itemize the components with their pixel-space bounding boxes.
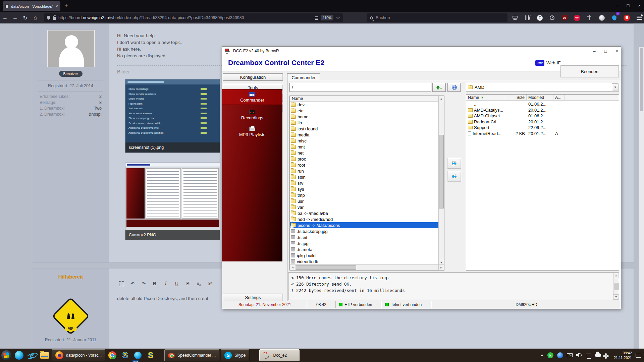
internet-explorer-icon[interactable]: e <box>25 349 38 362</box>
file-list-item[interactable]: lib <box>290 120 438 126</box>
kaspersky-tray-icon[interactable]: k <box>547 352 553 358</box>
transfer-right-button[interactable] <box>447 158 461 169</box>
file-list-item[interactable]: sys <box>290 186 438 192</box>
transfer-left-button[interactable] <box>447 171 461 182</box>
attachment-thumbnail[interactable]: Show recordingsShow service numbersShow … <box>125 79 220 153</box>
local-file-item[interactable]: InternetRead... 2 KB 20.01.2... A <box>466 131 619 137</box>
scroll-left-arrow[interactable]: ◄ <box>290 265 296 270</box>
local-file-item[interactable]: .. 01.06.2... <box>466 101 619 107</box>
reader-mode-icon[interactable] <box>315 16 318 20</box>
chrome-icon[interactable] <box>106 349 119 362</box>
notification-center-icon[interactable] <box>636 353 641 358</box>
file-list-item[interactable]: ipkg-build <box>290 252 438 258</box>
ftp-section-item[interactable]: MP3 Playlists <box>222 127 282 137</box>
editor-format-button[interactable]: ↶ <box>128 279 137 288</box>
editor-format-button[interactable]: x² <box>206 279 214 288</box>
skype-task-button[interactable]: S Skype <box>221 349 249 361</box>
file-list-item[interactable]: media <box>290 132 438 138</box>
browser-tab[interactable]: data/picon - Vorschläge/Wünsc × <box>3 1 60 11</box>
vertical-scrollbar[interactable]: ▲ ▼ <box>438 96 444 265</box>
page-scrollbar[interactable] <box>639 47 644 362</box>
maximize-button[interactable]: □ <box>627 3 630 8</box>
tray-expand-icon[interactable] <box>540 354 544 356</box>
file-list-item[interactable]: usr <box>290 198 438 204</box>
scroll-right-arrow[interactable]: ► <box>438 265 444 270</box>
onedrive-tray-icon[interactable] <box>595 353 601 357</box>
local-file-item[interactable]: AMD-Catalys... 20.01.2... <box>466 107 619 113</box>
edge-beta-icon[interactable]: BETA <box>131 349 144 362</box>
home-button[interactable]: ⌂ <box>30 15 40 21</box>
menu-icon[interactable] <box>635 14 643 22</box>
scroll-up-arrow[interactable]: ▲ <box>613 273 619 278</box>
http-badge-icon[interactable]: HTTP <box>535 60 544 66</box>
dcc-maximize-button[interactable]: □ <box>604 49 607 54</box>
tracking-shield-icon[interactable] <box>47 16 50 20</box>
file-list-item[interactable]: var <box>290 204 438 210</box>
scrollbar-thumb[interactable] <box>296 265 356 270</box>
dcc-minimize-button[interactable]: – <box>593 49 595 54</box>
editor-format-button[interactable]: ↷ <box>139 279 148 288</box>
ftp-section-item[interactable]: Recordings <box>222 110 282 120</box>
local-file-item[interactable]: Radeon-Cri... 20.01.2... <box>466 119 619 125</box>
file-list-item[interactable]: mnt <box>290 144 438 150</box>
file-list-item[interactable]: .ts.backdrop.jpg <box>290 228 438 234</box>
container-extension-icon[interactable]: 0 <box>610 14 618 22</box>
refresh-globe-button[interactable] <box>447 83 461 92</box>
file-list-item[interactable]: ba -> /media/ba <box>290 210 438 216</box>
file-list-item[interactable]: etc <box>290 108 438 114</box>
file-list-item[interactable]: net <box>290 150 438 156</box>
local-file-item[interactable]: Support 22.09.2... <box>466 125 619 131</box>
webif-link[interactable]: Web-IF <box>546 60 560 65</box>
volume-tray-icon[interactable] <box>576 353 582 358</box>
speedcommander-task-button[interactable]: SpeedCommander ... <box>164 349 219 361</box>
firefox-task-button[interactable]: data/picon - Vorsc... <box>52 349 105 361</box>
minimize-button[interactable]: – <box>615 3 618 8</box>
mail-tray-icon[interactable] <box>567 353 573 357</box>
file-list-item[interactable]: sbin <box>290 174 438 180</box>
dcc-titlebar[interactable]: DCC-E2 v2.40 by BernyR – □ × <box>222 47 621 55</box>
attachment-thumbnail[interactable]: Снимок2.PNG <box>125 163 220 240</box>
history-icon[interactable] <box>548 14 556 22</box>
file-list-item[interactable]: run <box>290 168 438 174</box>
edge-icon[interactable] <box>13 349 25 362</box>
file-list-item[interactable]: srv <box>290 180 438 186</box>
file-list-item[interactable]: home <box>290 114 438 120</box>
lock-icon[interactable] <box>53 17 56 20</box>
dropbox-tray-icon[interactable] <box>605 353 610 358</box>
avatar[interactable] <box>47 30 95 67</box>
pocket-icon[interactable] <box>511 14 519 22</box>
file-list-item[interactable]: .ts.meta <box>290 246 438 252</box>
scrollbar-thumb[interactable] <box>614 283 619 290</box>
editor-format-button[interactable] <box>117 279 126 288</box>
colors-extension-icon[interactable] <box>598 14 606 22</box>
reload-button[interactable]: ↻ <box>20 15 30 21</box>
scroll-up-arrow[interactable]: ▲ <box>438 96 444 101</box>
editor-text[interactable]: delete all old Picon Directorys, and the… <box>117 296 208 301</box>
addon-tool-icon[interactable] <box>585 14 593 22</box>
close-button[interactable]: × <box>638 3 641 8</box>
editor-format-button[interactable]: x₂ <box>195 279 203 288</box>
dcc-close-button[interactable]: × <box>615 49 618 54</box>
start-button[interactable] <box>0 349 13 362</box>
back-button[interactable]: ← <box>0 15 10 21</box>
size-column-header[interactable]: Size <box>505 95 527 100</box>
bookmark-star-icon[interactable]: ☆ <box>336 15 340 20</box>
file-list-item[interactable]: picons -> /data/picons <box>290 222 438 228</box>
editor-format-button[interactable]: B <box>150 279 159 288</box>
stop-hand-icon[interactable] <box>623 14 631 22</box>
commander-tab[interactable]: Commander <box>287 73 320 81</box>
log-scrollbar[interactable]: ▲ ▼ <box>613 273 619 300</box>
editor-format-button[interactable]: S <box>183 279 192 288</box>
dcc-task-button[interactable]: E2 Dcc_e2 <box>259 349 300 361</box>
quicklaunch-s-blue-icon[interactable]: S <box>119 349 131 362</box>
file-list-item[interactable]: lost+found <box>290 126 438 132</box>
ftp-section-item[interactable]: Commander <box>222 90 282 105</box>
library-icon[interactable] <box>523 14 531 22</box>
ublock-icon[interactable]: UO <box>560 14 569 22</box>
file-explorer-icon[interactable] <box>38 349 51 362</box>
settings-button[interactable]: Settings <box>223 294 283 301</box>
quicklaunch-s-yellow-icon[interactable]: S <box>144 349 157 362</box>
tray-clock[interactable]: 08:42 21.11.2021 <box>614 351 632 360</box>
file-list-item[interactable]: tmp <box>290 192 438 198</box>
attr-column-header[interactable]: A... <box>553 95 565 100</box>
